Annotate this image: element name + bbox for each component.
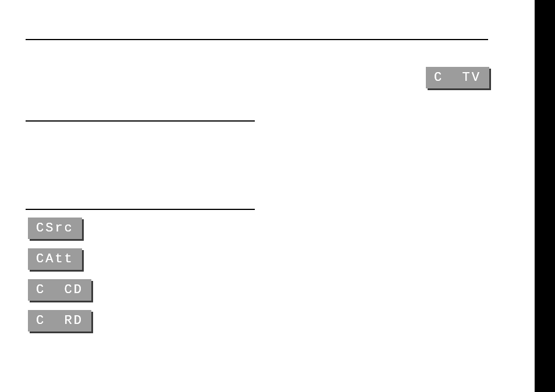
badge-c-rd: C RD <box>28 310 91 332</box>
right-black-strip <box>535 0 555 392</box>
badge-csrc: CSrc <box>28 218 82 239</box>
rule-lower <box>26 209 255 210</box>
badge-c-tv: C TV <box>426 67 489 88</box>
badge-catt: CAtt <box>28 248 82 270</box>
badge-c-cd: C CD <box>28 279 91 301</box>
rule-top <box>26 39 488 40</box>
rule-mid <box>26 120 255 122</box>
